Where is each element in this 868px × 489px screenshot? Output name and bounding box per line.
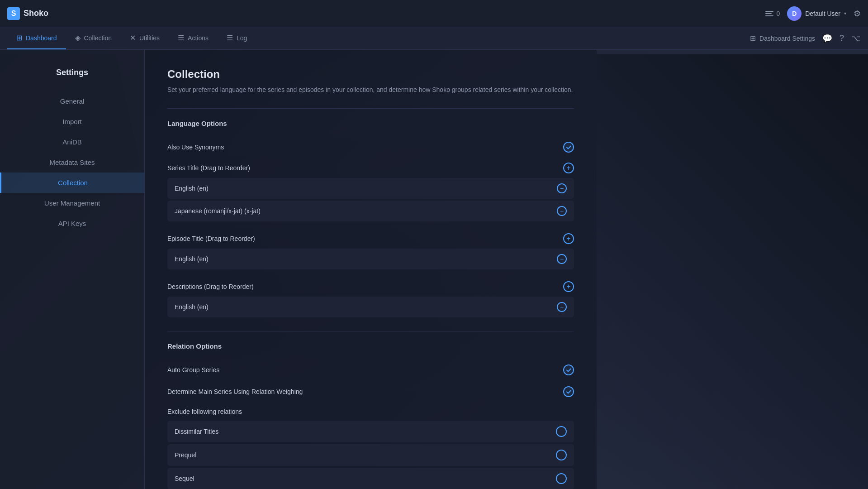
nav-item-utilities[interactable]: ✕ Utilities xyxy=(121,27,169,49)
nav-label-utilities: Utilities xyxy=(139,34,160,42)
language-options-title: Language Options xyxy=(167,120,574,127)
content-area: Collection Set your preferred language f… xyxy=(145,50,597,489)
avatar: D xyxy=(787,6,802,21)
dashboard-settings-label: Dashboard Settings xyxy=(759,35,815,42)
lang-item-series-ja: Japanese (romanji/x-jat) (x-jat) − xyxy=(167,201,574,221)
lang-text-series-ja: Japanese (romanji/x-jat) (x-jat) xyxy=(175,207,261,215)
nav-item-collection[interactable]: ◈ Collection xyxy=(66,27,121,49)
navbar: ⊞ Dashboard ◈ Collection ✕ Utilities ☰ A… xyxy=(0,27,868,50)
checkbox-dissimilar[interactable] xyxy=(556,426,567,437)
option-also-use-synonyms: Also Use Synonyms xyxy=(167,136,574,158)
dashboard-settings-btn[interactable]: ⊞ Dashboard Settings xyxy=(750,34,815,43)
sidebar-item-metadata-sites[interactable]: Metadata Sites xyxy=(0,152,144,173)
drag-label-descriptions: Descriptions (Drag to Reorder) xyxy=(167,283,254,290)
right-background xyxy=(597,50,868,489)
nav-item-dashboard[interactable]: ⊞ Dashboard xyxy=(7,27,66,49)
nav-left: ⊞ Dashboard ◈ Collection ✕ Utilities ☰ A… xyxy=(7,27,256,49)
option-label-synonyms: Also Use Synonyms xyxy=(167,144,224,151)
topbar-right: 0 D Default User ▾ ⚙ xyxy=(765,6,861,21)
user-info[interactable]: D Default User ▾ xyxy=(787,6,846,21)
checkbox-determine-main[interactable] xyxy=(563,386,574,397)
sidebar-item-collection[interactable]: Collection xyxy=(0,173,144,193)
discord-icon[interactable]: 💬 xyxy=(822,34,832,43)
app-logo: S xyxy=(7,7,20,20)
queue-count: 0 xyxy=(776,10,780,17)
remove-episode-en-btn[interactable]: − xyxy=(557,254,567,264)
actions-icon: ☰ xyxy=(178,34,184,42)
queue-icon xyxy=(765,11,773,16)
nav-item-actions[interactable]: ☰ Actions xyxy=(169,27,218,49)
lang-text-desc-en: English (en) xyxy=(175,303,209,311)
option-label-determine-main: Determine Main Series Using Relation Wei… xyxy=(167,388,303,395)
sidebar-item-api-keys[interactable]: API Keys xyxy=(0,213,144,234)
content-description: Set your preferred language for the seri… xyxy=(167,85,574,95)
option-descriptions: Descriptions (Drag to Reorder) + xyxy=(167,277,574,297)
sidebar-item-anidb[interactable]: AniDB xyxy=(0,132,144,152)
nav-label-actions: Actions xyxy=(188,34,209,42)
option-auto-group-series: Auto Group Series xyxy=(167,359,574,381)
dashboard-icon: ⊞ xyxy=(16,34,22,42)
nav-item-log[interactable]: ☰ Log xyxy=(218,27,256,49)
relation-item-sequel: Sequel xyxy=(167,468,574,489)
sidebar-title: Settings xyxy=(0,68,144,77)
sidebar-item-general[interactable]: General xyxy=(0,91,144,111)
option-determine-main-series: Determine Main Series Using Relation Wei… xyxy=(167,381,574,403)
relation-label-prequel: Prequel xyxy=(175,451,196,459)
collection-icon: ◈ xyxy=(75,34,81,42)
lang-text-episode-en: English (en) xyxy=(175,255,209,263)
remove-series-en-btn[interactable]: − xyxy=(557,183,567,193)
drag-label-series-title: Series Title (Drag to Reorder) xyxy=(167,164,250,172)
remove-series-ja-btn[interactable]: − xyxy=(557,206,567,216)
utilities-icon: ✕ xyxy=(130,34,136,42)
sidebar: Settings General Import AniDB Metadata S… xyxy=(0,50,145,489)
option-label-auto-group: Auto Group Series xyxy=(167,366,219,374)
sidebar-item-user-management[interactable]: User Management xyxy=(0,193,144,213)
sidebar-nav: General Import AniDB Metadata Sites Coll… xyxy=(0,91,144,234)
content-title: Collection xyxy=(167,68,574,81)
relation-item-prequel: Prequel xyxy=(167,444,574,466)
help-icon[interactable]: ? xyxy=(840,34,844,43)
app-name: Shoko xyxy=(24,9,48,18)
divider-2 xyxy=(167,331,574,331)
add-episode-title-btn[interactable]: + xyxy=(563,233,574,244)
relation-item-dissimilar: Dissimilar Titles xyxy=(167,421,574,442)
option-exclude-relations-header: Exclude following relations xyxy=(167,403,574,421)
checkbox-prequel[interactable] xyxy=(556,450,567,460)
option-label-exclude-relations: Exclude following relations xyxy=(167,408,242,415)
nav-label-log: Log xyxy=(237,34,247,42)
drag-label-episode-title: Episode Title (Drag to Reorder) xyxy=(167,235,255,242)
lang-text-series-en: English (en) xyxy=(175,185,209,192)
sidebar-item-import[interactable]: Import xyxy=(0,111,144,132)
nav-label-dashboard: Dashboard xyxy=(26,34,57,42)
relation-label-sequel: Sequel xyxy=(175,475,194,482)
github-icon[interactable]: ⌥ xyxy=(851,34,861,43)
remove-desc-en-btn[interactable]: − xyxy=(557,302,567,312)
chevron-down-icon: ▾ xyxy=(844,11,846,16)
relation-options-title: Relation Options xyxy=(167,342,574,350)
log-icon: ☰ xyxy=(227,34,233,42)
relation-label-dissimilar: Dissimilar Titles xyxy=(175,428,218,435)
add-descriptions-btn[interactable]: + xyxy=(563,281,574,292)
checkbox-auto-group[interactable] xyxy=(563,364,574,375)
nav-right: ⊞ Dashboard Settings 💬 ? ⌥ xyxy=(750,34,861,43)
topbar-left: S Shoko xyxy=(7,7,48,20)
main-content: Settings General Import AniDB Metadata S… xyxy=(0,50,868,489)
option-episode-title: Episode Title (Drag to Reorder) + xyxy=(167,229,574,249)
gear-icon[interactable]: ⚙ xyxy=(854,9,861,19)
dashboard-settings-icon: ⊞ xyxy=(750,34,756,43)
queue-badge[interactable]: 0 xyxy=(765,10,780,17)
nav-label-collection: Collection xyxy=(84,34,112,42)
topbar: S Shoko 0 D Default User ▾ ⚙ xyxy=(0,0,868,27)
add-series-title-btn[interactable]: + xyxy=(563,163,574,173)
lang-item-desc-en: English (en) − xyxy=(167,297,574,317)
option-series-title: Series Title (Drag to Reorder) + xyxy=(167,158,574,178)
user-name: Default User xyxy=(805,10,840,17)
lang-item-series-en: English (en) − xyxy=(167,178,574,199)
divider-1 xyxy=(167,108,574,109)
lang-item-episode-en: English (en) − xyxy=(167,249,574,269)
checkbox-sequel[interactable] xyxy=(556,473,567,484)
checkbox-synonyms[interactable] xyxy=(563,142,574,153)
